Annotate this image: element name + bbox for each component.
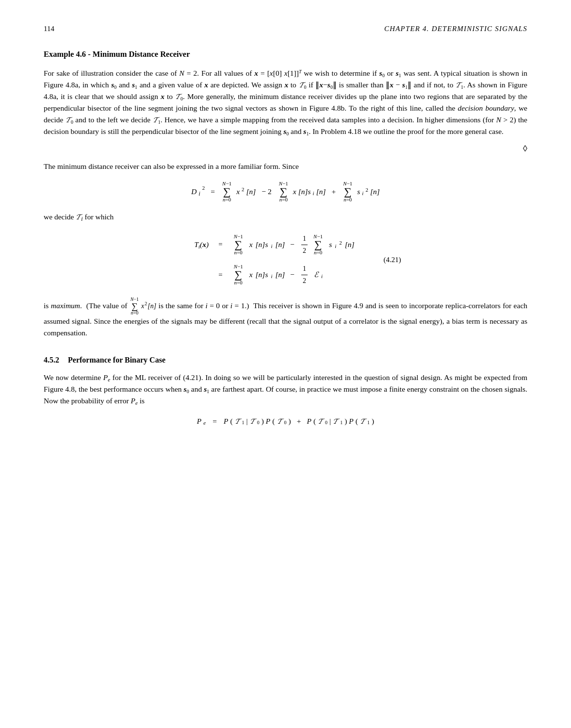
chapter-title: CHAPTER 4. DETERMINISTIC SIGNALS: [384, 23, 527, 34]
equation-ti: Ti(x) = N−1 ∑ n=0 x[n]si[n] − 1 2 N−1 ∑ …: [44, 233, 527, 286]
page: 114 CHAPTER 4. DETERMINISTIC SIGNALS Exa…: [0, 0, 571, 728]
page-number: 114: [44, 23, 54, 34]
equation-label-421: (4.21): [384, 254, 401, 265]
example-heading: Example 4.6 - Minimum Distance Receiver: [44, 48, 527, 61]
diamond-symbol: ◊: [44, 142, 527, 156]
maximum-paragraph: is maximum. (The value of N−1 ∑ n=0 x2[n…: [44, 297, 527, 339]
subsection-number: 4.5.2: [44, 356, 59, 364]
performance-paragraph: We now determine Pe for the ML receiver …: [44, 372, 527, 407]
bridge-paragraph: The minimum distance receiver can also b…: [44, 161, 527, 172]
equation-di-squared: Di2 = N−1 ∑ n=0 x2[n] − 2 N−1 ∑ n=0 x[n]…: [44, 181, 527, 202]
page-header: 114 CHAPTER 4. DETERMINISTIC SIGNALS: [44, 23, 527, 34]
example-paragraph: For sake of illustration consider the ca…: [44, 67, 527, 137]
final-equation: Pe = P(𝓣1|𝓣0)P(𝓣0) + P(𝓣0|𝓣1)P(𝓣1): [44, 415, 527, 427]
subsection-heading: 4.5.2 Performance for Binary Case: [44, 354, 527, 366]
subsection-title: Performance for Binary Case: [68, 356, 165, 364]
we-decide-text: we decide 𝓣i for which: [44, 211, 527, 223]
